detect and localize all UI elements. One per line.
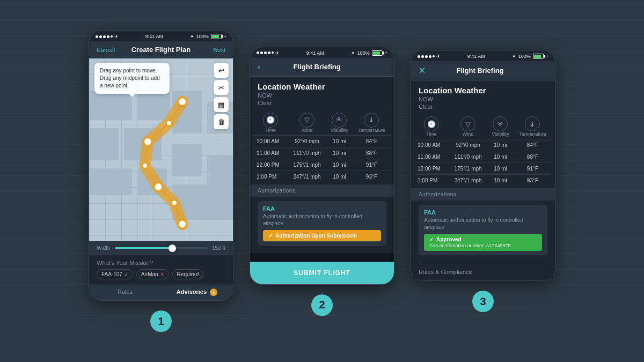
svg-point-2 bbox=[143, 137, 152, 146]
time-2-2: 12:00 PM bbox=[253, 159, 288, 171]
weather-table-wrapper-2: 🕙Time ▽Wind 👁Visibility 🌡Temperature 10:… bbox=[250, 109, 394, 184]
wind-3-1: 111°/0 mph bbox=[449, 151, 487, 163]
auth-header-2: Authorizations bbox=[250, 184, 394, 197]
weather-row-2-3: 1:00 PM 247°/1 mph 10 mi 93°F bbox=[253, 171, 391, 182]
phone-1: ✈ 9:41 AM ✦ 100% + Cancel Create Flight … bbox=[89, 30, 233, 301]
temp-3-1: 88°F bbox=[514, 151, 552, 163]
signal-dots-2 bbox=[257, 51, 274, 54]
svg-point-1 bbox=[166, 120, 172, 125]
tab-rules[interactable]: Rules bbox=[89, 284, 161, 300]
vis-3-3: 10 mi bbox=[487, 175, 514, 187]
th-time-2: Time bbox=[265, 128, 276, 133]
th-wind-2: Wind bbox=[302, 128, 313, 133]
temp-2-0: 84°F bbox=[353, 135, 391, 147]
weather-row-2-2: 12:00 PM 175°/1 mph 10 mi 91°F bbox=[253, 159, 391, 171]
phone-3: ✈ 9:41 AM ✦ 100% + ✕ Flight Briefing bbox=[411, 50, 555, 281]
screen-3-wrapper: ✈ 9:41 AM ✦ 100% + ✕ Flight Briefing bbox=[411, 50, 555, 312]
battery-fill-2 bbox=[373, 51, 380, 55]
auth-section-2: FAA Automatic authorization to fly in co… bbox=[250, 197, 394, 253]
temp-3-3: 93°F bbox=[514, 175, 552, 187]
wind-2-2: 175°/1 mph bbox=[288, 159, 326, 171]
signal-dots bbox=[96, 35, 113, 38]
temp-2-2: 91°F bbox=[353, 159, 391, 171]
map-tooltip: Drag any point to move. Drag any midpoin… bbox=[94, 63, 170, 94]
tab-advisories[interactable]: Advisories 1 bbox=[161, 284, 233, 300]
time-3: 9:41 AM bbox=[467, 54, 485, 59]
auth-desc-3: Automatic authorization to fly in contro… bbox=[424, 217, 542, 231]
map-tools: ↩ ✂ ▦ 🗑 bbox=[214, 63, 229, 129]
bluetooth-icon-3: ✦ bbox=[512, 54, 516, 59]
next-button[interactable]: Next bbox=[206, 47, 225, 53]
vis-2-0: 10 mi bbox=[326, 135, 353, 147]
width-slider[interactable] bbox=[115, 247, 208, 249]
signal-dots-3 bbox=[418, 55, 435, 58]
close-button[interactable]: ✕ bbox=[419, 65, 426, 76]
status-right-3: ✦ 100% + bbox=[512, 54, 548, 59]
time-2-0: 10:00 AM bbox=[253, 135, 288, 147]
wind-2-3: 247°/1 mph bbox=[288, 171, 326, 182]
time-icon-3: 🕙 bbox=[424, 116, 439, 131]
dot3-2 bbox=[421, 55, 424, 58]
tag-airmap-icon: ✕ bbox=[160, 271, 164, 277]
area-tool[interactable]: ▦ bbox=[214, 97, 229, 112]
svg-point-5 bbox=[172, 200, 177, 205]
battery-pct-2: 100% bbox=[357, 50, 370, 56]
vis-3-1: 10 mi bbox=[487, 151, 514, 163]
auth-card-2: FAA Automatic authorization to fly in co… bbox=[258, 201, 386, 246]
auth-desc-2: Automatic authorization to fly in contro… bbox=[263, 213, 381, 227]
route-tool[interactable]: ✂ bbox=[214, 80, 229, 95]
delete-tool[interactable]: 🗑 bbox=[214, 114, 229, 129]
vis-2-3: 10 mi bbox=[326, 171, 353, 182]
tag-faa107-icon: ✓ bbox=[124, 271, 128, 277]
dot3-5 bbox=[433, 55, 435, 57]
wind-3-0: 92°/0 mph bbox=[449, 139, 487, 151]
plus-icon: + bbox=[224, 34, 226, 39]
tag-faa107[interactable]: FAA-107 ✓ bbox=[97, 269, 133, 279]
vis-icon-2: 👁 bbox=[332, 113, 347, 128]
status-right-1: ✦ 100% + bbox=[190, 34, 226, 39]
dot5 bbox=[111, 35, 113, 38]
weather-section-2: Location Weather NOW Clear bbox=[250, 77, 394, 109]
dot2-5 bbox=[272, 51, 274, 54]
wind-2-0: 92°/0 mph bbox=[288, 135, 326, 147]
weather-condition-3: Clear bbox=[419, 104, 547, 110]
width-label: Width bbox=[97, 245, 111, 251]
weather-now-2: NOW bbox=[258, 92, 386, 99]
tag-required-label: Required bbox=[177, 271, 199, 277]
auth-agency-3: FAA bbox=[424, 209, 542, 216]
wind-icon-2: ▽ bbox=[299, 113, 314, 128]
vis-3-2: 10 mi bbox=[487, 163, 514, 175]
briefing-3: Location Weather NOW Clear 🕙Time ▽Wind 👁 bbox=[411, 80, 555, 280]
screens-container: ✈ 9:41 AM ✦ 100% + Cancel Create Flight … bbox=[89, 30, 555, 332]
tag-required[interactable]: Required bbox=[172, 269, 204, 279]
vis-3-0: 10 mi bbox=[487, 139, 514, 151]
weather-section-3: Location Weather NOW Clear bbox=[411, 80, 555, 113]
rules-section: Rules & Compliance bbox=[411, 263, 555, 280]
screen-2-wrapper: ✈ 9:41 AM ✦ 100% + ‹ Flight Briefing bbox=[250, 47, 394, 316]
weather-table-2: 🕙Time ▽Wind 👁Visibility 🌡Temperature 10:… bbox=[253, 109, 391, 182]
svg-point-0 bbox=[178, 98, 187, 106]
time-2-3: 1:00 PM bbox=[253, 171, 288, 182]
submit-flight-button[interactable]: SUBMIT FLIGHT bbox=[250, 262, 394, 284]
weather-table-wrapper-3: 🕙Time ▽Wind 👁Visibility 🌡Temperature 10:… bbox=[411, 113, 555, 188]
map-area[interactable]: Drag any point to move. Drag any midpoin… bbox=[89, 58, 233, 241]
width-thumb[interactable] bbox=[169, 245, 176, 252]
tab-rules-label: Rules bbox=[118, 289, 133, 295]
undo-tool[interactable]: ↩ bbox=[214, 63, 229, 78]
status-left-1: ✈ bbox=[96, 34, 119, 39]
dot1 bbox=[96, 35, 98, 38]
battery-pct-3: 100% bbox=[518, 54, 531, 59]
tag-airmap[interactable]: AirMap ✕ bbox=[136, 269, 169, 279]
svg-point-4 bbox=[154, 183, 163, 191]
bottom-fade-2 bbox=[250, 253, 394, 262]
status-left-3: ✈ bbox=[418, 54, 441, 59]
cancel-button[interactable]: Cancel bbox=[97, 47, 116, 53]
nav-bar-1: Cancel Create Flight Plan Next bbox=[89, 41, 233, 58]
temp-2-1: 88°F bbox=[353, 147, 391, 159]
th-vis-3: Visibility bbox=[492, 131, 509, 137]
step-badge-1: 1 bbox=[150, 311, 172, 332]
vis-icon-3: 👁 bbox=[493, 116, 508, 131]
weather-now-3: NOW bbox=[419, 96, 547, 102]
weather-table-3: 🕙Time ▽Wind 👁Visibility 🌡Temperature 10:… bbox=[414, 113, 552, 186]
plus-icon-2: + bbox=[385, 50, 387, 56]
